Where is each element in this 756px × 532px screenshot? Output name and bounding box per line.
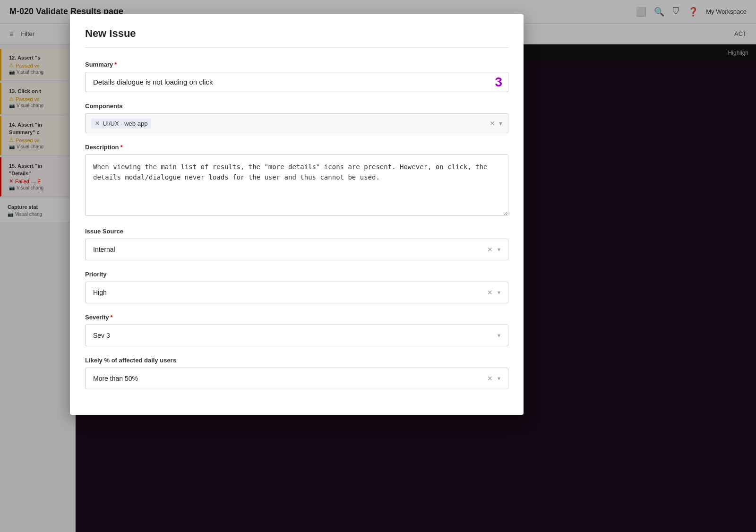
affected-users-dropdown[interactable]: More than 50% ✕ ▾ <box>85 368 508 389</box>
severity-required: * <box>111 314 113 321</box>
severity-section: Severity * Sev 3 ▾ <box>85 314 508 346</box>
components-chevron-icon[interactable]: ▾ <box>499 120 502 127</box>
affected-users-label: Likely % of affected daily users <box>85 357 508 364</box>
issue-source-clear[interactable]: ✕ <box>487 246 493 253</box>
description-textarea[interactable]: When viewing the main list of results, t… <box>85 154 508 216</box>
affected-users-clear[interactable]: ✕ <box>487 375 493 382</box>
severity-dropdown[interactable]: Sev 3 ▾ <box>85 325 508 346</box>
description-required: * <box>120 144 123 151</box>
new-issue-modal: New Issue Summary * 3 Components ✕ UI/UX… <box>70 14 524 415</box>
component-tag-close[interactable]: ✕ <box>95 120 100 127</box>
affected-users-value: More than 50% <box>93 375 487 382</box>
priority-actions: ✕ ▾ <box>487 289 500 296</box>
priority-chevron[interactable]: ▾ <box>498 289 500 296</box>
affected-users-actions: ✕ ▾ <box>487 375 500 382</box>
affected-users-section: Likely % of affected daily users More th… <box>85 357 508 389</box>
summary-section: Summary * 3 <box>85 61 508 92</box>
issue-source-chevron[interactable]: ▾ <box>498 246 500 253</box>
issue-source-value: Internal <box>93 246 487 253</box>
severity-chevron[interactable]: ▾ <box>498 332 500 339</box>
issue-source-dropdown[interactable]: Internal ✕ ▾ <box>85 239 508 260</box>
issue-source-section: Issue Source Internal ✕ ▾ <box>85 228 508 260</box>
severity-value: Sev 3 <box>93 332 498 339</box>
priority-value: High <box>93 289 487 296</box>
severity-label: Severity * <box>85 314 508 321</box>
affected-users-chevron[interactable]: ▾ <box>498 375 500 382</box>
component-tag: ✕ UI/UX - web app <box>91 119 151 129</box>
summary-required: * <box>114 61 117 68</box>
components-section: Components ✕ UI/UX - web app ✕ ▾ <box>85 103 508 133</box>
issue-source-label: Issue Source <box>85 228 508 235</box>
components-select-actions: ✕ ▾ <box>490 120 502 127</box>
description-label: Description * <box>85 144 508 151</box>
summary-input[interactable] <box>86 72 508 92</box>
description-section: Description * When viewing the main list… <box>85 144 508 217</box>
priority-label: Priority <box>85 271 508 278</box>
priority-section: Priority High ✕ ▾ <box>85 271 508 303</box>
modal-title: New Issue <box>85 27 508 48</box>
components-clear-icon[interactable]: ✕ <box>490 120 495 127</box>
summary-counter: 3 <box>495 75 502 90</box>
components-label: Components <box>85 103 508 110</box>
issue-source-actions: ✕ ▾ <box>487 246 500 253</box>
components-select[interactable]: ✕ UI/UX - web app ✕ ▾ <box>85 113 508 133</box>
component-tag-label: UI/UX - web app <box>103 120 147 127</box>
priority-clear[interactable]: ✕ <box>487 289 493 296</box>
summary-input-wrapper: 3 <box>85 72 508 92</box>
summary-label: Summary * <box>85 61 508 68</box>
priority-dropdown[interactable]: High ✕ ▾ <box>85 282 508 303</box>
